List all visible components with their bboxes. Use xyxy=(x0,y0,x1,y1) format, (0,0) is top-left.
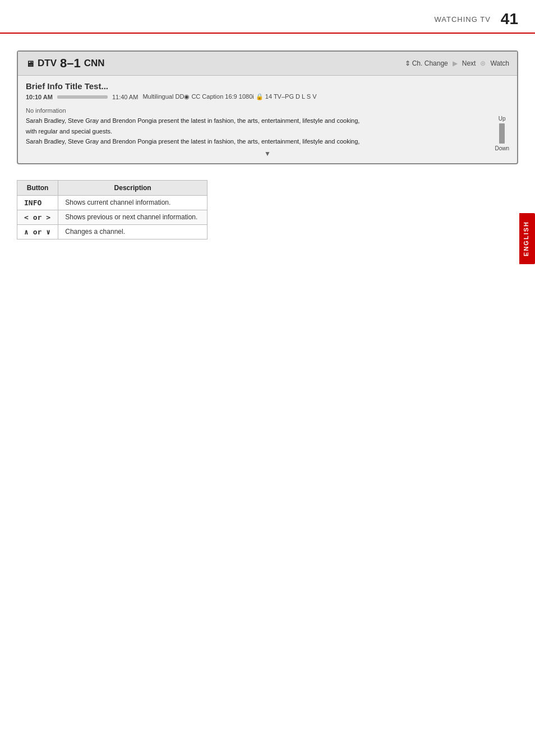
program-meta: Multilingual DD◉ CC Caption 16:9 1080i 🔒… xyxy=(142,93,316,100)
next-control[interactable]: Next xyxy=(462,59,476,67)
channel-name: CNN xyxy=(84,58,105,69)
page-number: 41 xyxy=(501,10,518,28)
language-side-tab: ENGLISH xyxy=(519,213,535,264)
col-button-header: Button xyxy=(17,180,58,195)
program-time-bar: 10:10 AM 11:40 AM Multilingual DD◉ CC Ca… xyxy=(26,93,509,100)
description-cell: Shows current channel information. xyxy=(58,195,207,210)
side-labels: Up Down xyxy=(495,116,509,151)
ch-change-control[interactable]: ⇕ Ch. Change xyxy=(405,59,448,67)
description-text: Sarah Bradley, Steve Gray and Brendon Po… xyxy=(26,116,509,146)
progress-bar xyxy=(57,95,108,99)
watch-control[interactable]: Watch xyxy=(490,59,509,67)
button-reference-table: Button Description INFOShows current cha… xyxy=(17,180,207,239)
button-cell: INFO xyxy=(17,195,58,210)
table-row: < or >Shows previous or next channel inf… xyxy=(17,210,207,224)
time-end: 11:40 AM xyxy=(112,94,138,100)
time-start: 10:10 AM xyxy=(26,94,53,100)
program-info: Brief Info Title Test... 10:10 AM 11:40 … xyxy=(18,76,517,104)
program-description: No information Sarah Bradley, Steve Gray… xyxy=(18,104,517,163)
tv-controls: ⇕ Ch. Change ▶ Next ⊛ Watch xyxy=(405,59,509,67)
page-header: WATCHING TV 41 xyxy=(0,0,535,34)
main-content: 🖥 DTV 8–1 CNN ⇕ Ch. Change ▶ Next ⊛ Watc… xyxy=(0,34,535,251)
program-title: Brief Info Title Test... xyxy=(26,81,509,91)
scroll-bar xyxy=(499,123,505,144)
channel-number: 8–1 xyxy=(60,56,81,71)
description-cell: Changes a channel. xyxy=(58,224,207,239)
button-cell: ∧ or ∨ xyxy=(17,224,58,239)
col-description-header: Description xyxy=(58,180,207,195)
down-label: Down xyxy=(495,145,509,151)
tv-icon: 🖥 xyxy=(26,59,34,68)
channel-info: 🖥 DTV 8–1 CNN xyxy=(26,56,105,71)
desc-row-3: Sarah Bradley, Steve Gray and Brendon Po… xyxy=(26,137,509,146)
divider2: ⊛ xyxy=(480,59,486,67)
section-title: WATCHING TV xyxy=(435,15,491,24)
button-cell: < or > xyxy=(17,210,58,224)
table-row: INFOShows current channel information. xyxy=(17,195,207,210)
channel-prefix: DTV xyxy=(38,58,57,69)
scroll-down-indicator: ▼ xyxy=(26,150,509,158)
watch-label: Watch xyxy=(490,59,509,67)
table-row: ∧ or ∨Changes a channel. xyxy=(17,224,207,239)
tv-panel-header: 🖥 DTV 8–1 CNN ⇕ Ch. Change ▶ Next ⊛ Watc… xyxy=(18,52,517,76)
desc-row-2: with regular and special guests. xyxy=(26,127,509,136)
ch-change-label: Ch. Change xyxy=(412,59,448,67)
next-label: Next xyxy=(462,59,476,67)
up-label: Up xyxy=(499,116,506,122)
divider1: ▶ xyxy=(453,59,458,67)
tv-info-panel: 🖥 DTV 8–1 CNN ⇕ Ch. Change ▶ Next ⊛ Watc… xyxy=(17,50,518,164)
ch-change-icon: ⇕ xyxy=(405,59,411,67)
no-info-label: No information xyxy=(26,107,509,114)
desc-row-1: Sarah Bradley, Steve Gray and Brendon Po… xyxy=(26,116,509,126)
description-cell: Shows previous or next channel informati… xyxy=(58,210,207,224)
